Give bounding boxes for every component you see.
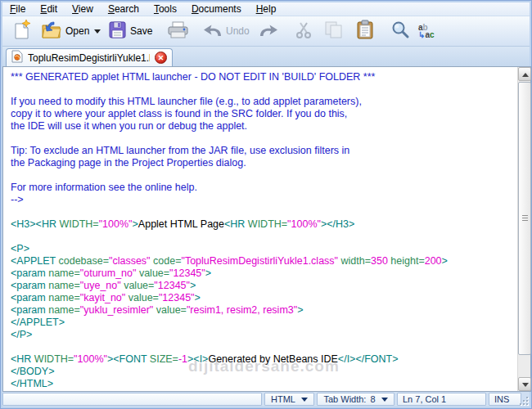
code-line: </APPLET> bbox=[11, 317, 516, 329]
code-line: <param name="oturum_no" value="12345"> bbox=[11, 267, 516, 280]
menu-file[interactable]: File bbox=[2, 2, 33, 16]
undo-button[interactable]: Undo bbox=[201, 19, 252, 43]
scroll-down-arrow-icon bbox=[522, 383, 529, 387]
code-line: the IDE will use it when you run or debu… bbox=[11, 120, 516, 133]
open-button[interactable]: Open bbox=[38, 19, 103, 43]
tab-width-label: Tab Width: bbox=[323, 393, 366, 405]
paste-button[interactable] bbox=[353, 19, 377, 43]
copy-pages-icon bbox=[324, 20, 344, 42]
code-line: *** GENERATED applet HTML launcher - DO … bbox=[11, 71, 516, 83]
code-line bbox=[11, 231, 516, 243]
code-line: the Packaging page in the Project Proper… bbox=[11, 157, 516, 169]
code-line bbox=[11, 83, 516, 96]
new-file-button[interactable] bbox=[11, 19, 34, 43]
tab-width-dropdown[interactable]: Tab Width: 8 bbox=[317, 393, 394, 406]
new-file-icon bbox=[13, 20, 31, 43]
menu-search[interactable]: Search bbox=[101, 2, 147, 16]
caret-position-value: Ln 7, Col 1 bbox=[403, 393, 446, 405]
code-line: </BODY> bbox=[11, 366, 516, 378]
undo-button-label: Undo bbox=[226, 25, 250, 37]
menubar: FileEditViewSearchToolsDocumentsHelp bbox=[2, 2, 530, 16]
code-line: Tip: To exclude an HTML launcher from th… bbox=[11, 145, 516, 157]
insert-mode-value: INS bbox=[494, 393, 509, 405]
code-line: </P> bbox=[11, 329, 516, 341]
save-button[interactable]: Save bbox=[106, 19, 155, 43]
paste-clipboard-icon bbox=[355, 20, 375, 43]
cut-scissors-icon bbox=[295, 20, 313, 42]
scroll-up-button[interactable] bbox=[518, 67, 531, 81]
code-line: For more information see the online help… bbox=[11, 182, 516, 194]
tab-width-value: 8 bbox=[370, 393, 375, 405]
code-line: <H3><HR WIDTH="100%">Applet HTML Page<HR… bbox=[11, 218, 516, 231]
editor-pane[interactable]: *** GENERATED applet HTML launcher - DO … bbox=[2, 66, 531, 392]
statusbar: HTML Tab Width: 8 Ln 7, Col 1 INS bbox=[2, 392, 530, 407]
code-line: copy it to where your applet class is fo… bbox=[11, 108, 516, 120]
copy-button[interactable] bbox=[322, 19, 346, 43]
code-lines[interactable]: *** GENERATED applet HTML launcher - DO … bbox=[3, 67, 516, 391]
redo-button[interactable] bbox=[256, 19, 281, 43]
find-button[interactable] bbox=[389, 19, 413, 43]
code-line: <APPLET codebase="classes" code="TopluRe… bbox=[11, 255, 516, 267]
menu-edit[interactable]: Edit bbox=[33, 2, 65, 16]
caret-position-panel: Ln 7, Col 1 bbox=[397, 393, 486, 406]
menu-help[interactable]: Help bbox=[249, 2, 284, 16]
print-icon bbox=[167, 21, 189, 42]
code-line: --> bbox=[11, 194, 516, 206]
code-line: <P> bbox=[11, 243, 516, 255]
toolbar: Open Save bbox=[2, 16, 530, 47]
open-dropdown-arrow-icon[interactable] bbox=[94, 29, 101, 34]
insert-mode-panel[interactable]: INS bbox=[489, 393, 521, 406]
code-line: If you need to modify this HTML launcher… bbox=[11, 96, 516, 108]
menu-view[interactable]: View bbox=[65, 2, 101, 16]
menu-tools[interactable]: Tools bbox=[147, 2, 184, 16]
replace-ab-ac-icon: ab ↳ac bbox=[418, 24, 435, 38]
code-line bbox=[11, 341, 516, 353]
redo-icon bbox=[259, 22, 278, 40]
syntax-mode-value: HTML bbox=[271, 393, 295, 405]
scrollbar-grip-icon bbox=[522, 215, 528, 222]
tabbar: TopluResimDegistirliYukle1.html ✕ bbox=[2, 47, 530, 66]
code-line bbox=[11, 133, 516, 145]
syntax-mode-arrow-icon bbox=[301, 398, 308, 402]
scroll-up-arrow-icon bbox=[522, 73, 529, 77]
code-line: </HTML> bbox=[11, 378, 516, 390]
tab-title: TopluResimDegistirliYukle1.html bbox=[28, 52, 150, 64]
tab-width-arrow-icon bbox=[381, 398, 388, 402]
syntax-mode-dropdown[interactable]: HTML bbox=[264, 393, 314, 406]
tab-close-icon[interactable]: ✕ bbox=[155, 52, 167, 64]
code-line bbox=[11, 169, 516, 182]
code-line bbox=[11, 206, 516, 218]
vertical-scrollbar[interactable] bbox=[517, 67, 530, 391]
code-line: <param name="kayit_no" value="12345"> bbox=[11, 292, 516, 304]
save-floppy-icon bbox=[108, 20, 127, 42]
open-button-label: Open bbox=[65, 25, 89, 37]
open-folder-icon bbox=[41, 20, 62, 42]
tab-topluresimdegistirliyukle1[interactable]: TopluResimDegistirliYukle1.html ✕ bbox=[6, 48, 173, 66]
replace-button[interactable]: ab ↳ac bbox=[416, 19, 437, 43]
scroll-down-button[interactable] bbox=[518, 377, 531, 391]
save-button-label: Save bbox=[130, 25, 152, 37]
code-line: <HR WIDTH="100%"><FONT SIZE=-1><I>Genera… bbox=[11, 353, 516, 366]
search-magnifier-icon bbox=[391, 20, 410, 42]
menu-documents[interactable]: Documents bbox=[184, 2, 249, 16]
resize-grip-icon[interactable] bbox=[519, 396, 529, 406]
scrollbar-thumb[interactable] bbox=[518, 82, 531, 355]
editor-window: FileEditViewSearchToolsDocumentsHelp Ope bbox=[0, 0, 532, 409]
status-message-panel bbox=[2, 393, 262, 406]
code-line: <param name="yuklu_resimler" value="resi… bbox=[11, 304, 516, 317]
undo-icon bbox=[203, 22, 223, 40]
cut-button[interactable] bbox=[292, 19, 316, 43]
html-file-icon bbox=[11, 50, 23, 65]
code-line: <param name="uye_no" value="12345"> bbox=[11, 280, 516, 292]
print-button[interactable] bbox=[165, 19, 192, 43]
